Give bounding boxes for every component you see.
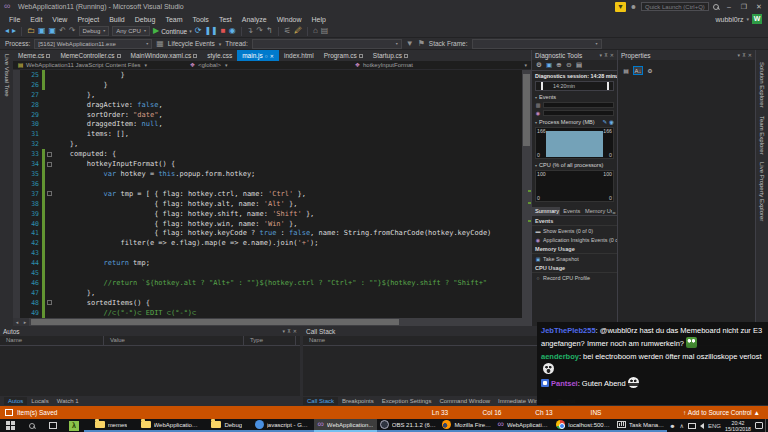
taskbar-item-webapplication11[interactable]: WebApplication11	[138, 419, 203, 432]
break-all-icon[interactable]: ❚❚	[204, 26, 217, 36]
side-tab-live-property-explorer[interactable]: Live Property Explorer	[759, 162, 765, 221]
taskbar-item-obs-21-1-2-64bit-[interactable]: OBS 21.1.2 (64bit...	[377, 419, 440, 432]
continue-button[interactable]: ▶ Continue ▾	[153, 26, 192, 36]
breakpoint-margin[interactable]	[13, 169, 20, 179]
menu-item-test[interactable]: Test	[214, 16, 237, 23]
find-icon[interactable]: 🖉	[294, 26, 302, 36]
language-indicator[interactable]: ENG	[708, 423, 721, 429]
breakpoint-margin[interactable]	[13, 149, 20, 159]
tab-index.html[interactable]: index.html	[279, 50, 319, 61]
taskbar-item-webapplication11[interactable]: ∞WebApplication11	[494, 419, 553, 432]
side-tab-live-visual-tree[interactable]: Live Visual Tree	[4, 54, 10, 97]
report-icon[interactable]: ▤	[575, 61, 583, 69]
menu-item-analyze[interactable]: Analyze	[237, 16, 272, 23]
taskbar-item-mozilla-firefox[interactable]: Mozilla Firefox	[439, 419, 494, 432]
breakpoint-margin[interactable]	[13, 120, 20, 130]
breakpoint-margin[interactable]	[13, 159, 20, 169]
taskbar-item-task-manager[interactable]: Task Manager	[614, 419, 667, 432]
taskbar-windows-logo[interactable]	[0, 419, 21, 432]
panel-tab-watch-1[interactable]: Watch 1	[53, 397, 83, 405]
solution-explorer-icon[interactable]: ⌂	[313, 26, 318, 36]
side-tab-team-explorer[interactable]: Team Explorer	[759, 116, 765, 155]
breakpoint-margin[interactable]	[13, 100, 20, 110]
timeline-handle-right[interactable]	[607, 82, 609, 90]
tab-Startup.cs[interactable]: Startup.cs	[368, 50, 413, 61]
window-position-icon[interactable]: ▾	[738, 52, 741, 58]
menu-item-build[interactable]: Build	[104, 16, 130, 23]
categorized-icon[interactable]: ▤	[621, 66, 631, 75]
panel-tab-autos[interactable]: Autos	[4, 397, 27, 405]
menu-item-edit[interactable]: Edit	[25, 16, 47, 23]
lifecycle-events-icon[interactable]: ▦	[156, 39, 164, 49]
configuration-select[interactable]: Debug▾	[79, 26, 110, 36]
memory-section-header[interactable]: ▾Process Memory (MB)✎◉	[532, 117, 617, 126]
project-dropdown[interactable]: ▤ WebApplication11 JavaScript Content Fi…	[13, 62, 185, 69]
add-to-source-control-button[interactable]: ↑ Add to Source Control ▲	[622, 409, 768, 416]
breakpoint-margin[interactable]	[13, 268, 20, 278]
speaker-icon[interactable]	[700, 423, 704, 429]
signed-in-user[interactable]: wubbl0rz	[715, 16, 743, 23]
close-button[interactable]: ✕	[753, 2, 765, 12]
menu-item-team[interactable]: Team	[160, 16, 187, 23]
taskbar-lambda[interactable]: λ	[63, 419, 84, 432]
side-tab-solution-explorer[interactable]: Solution Explorer	[759, 62, 765, 108]
diagnostics-timeline[interactable]: 14:20min	[535, 81, 614, 91]
cpu-section-header[interactable]: ▾CPU (% of all processors)	[532, 160, 617, 169]
column-header-name[interactable]: Name	[0, 336, 104, 345]
panel-tab-locals[interactable]: Locals	[27, 397, 52, 405]
menu-item-window[interactable]: Window	[272, 16, 307, 23]
breakpoint-margin[interactable]	[13, 110, 20, 120]
editor-vertical-scrollbar[interactable]	[522, 70, 531, 318]
taskbar-item-javascript-get-t-[interactable]: javascript - Get t...	[252, 419, 315, 432]
zoom-in-icon[interactable]: ⊕	[555, 61, 563, 69]
toggle-icon[interactable]: ◉	[609, 119, 614, 125]
breakpoint-margin[interactable]	[13, 248, 20, 258]
breakpoint-margin[interactable]	[13, 209, 20, 219]
action-center-icon[interactable]	[755, 422, 763, 429]
take-snapshot-link[interactable]: ▣Take Snapshot	[532, 254, 617, 263]
taskbar-item-localhost-5000-[interactable]: localhost:5000 - ...	[553, 419, 614, 432]
tab-Program.cs[interactable]: Program.cs	[319, 50, 368, 61]
scroll-left-icon[interactable]: ◂	[13, 318, 21, 326]
window-position-icon[interactable]: ▾	[600, 52, 603, 58]
zoom-reset-icon[interactable]: ⊙	[565, 61, 573, 69]
edit-icon[interactable]: ✎	[602, 119, 607, 125]
scrollbar-thumb[interactable]	[523, 74, 530, 146]
tab-style.css[interactable]: style.css	[202, 50, 237, 61]
panel-tab-call-stack[interactable]: Call Stack	[303, 397, 338, 405]
panel-tab-exception-settings[interactable]: Exception Settings	[378, 397, 436, 405]
settings-gear-icon[interactable]: ⚙	[535, 61, 543, 69]
taskbar-task-view[interactable]	[42, 419, 63, 432]
alphabetical-icon[interactable]: A↓	[633, 66, 643, 75]
chevron-up-icon[interactable]: ∧	[680, 422, 684, 429]
close-icon[interactable]: ✕	[270, 53, 274, 59]
pin-icon[interactable]: ⊼	[287, 328, 291, 334]
column-header-type[interactable]: Type	[244, 336, 296, 345]
platform-select[interactable]: Any CPU▾	[112, 26, 150, 36]
breakpoint-margin[interactable]	[13, 229, 20, 239]
restart-icon[interactable]: ⟳	[195, 26, 202, 36]
timeline-handle-left[interactable]	[541, 82, 543, 90]
breakpoint-margin[interactable]	[13, 278, 20, 288]
taskbar-item-debug[interactable]: Debug	[202, 419, 251, 432]
select-tool-icon[interactable]: ▣	[545, 61, 553, 69]
breakpoint-margin[interactable]	[13, 258, 20, 268]
menu-item-tools[interactable]: Tools	[188, 16, 214, 23]
line-style-icon[interactable]: ⚟	[284, 26, 291, 36]
panel-tab-breakpoints[interactable]: Breakpoints	[338, 397, 378, 405]
menu-item-view[interactable]: View	[47, 16, 72, 23]
step-into-icon[interactable]: ↴	[247, 26, 254, 36]
fold-marker-icon[interactable]	[47, 162, 52, 167]
pin-icon[interactable]: ⊼	[604, 52, 608, 58]
breakpoint-margin[interactable]	[13, 189, 20, 199]
diagnostics-tab-memory-usage[interactable]: Memory Usage	[582, 207, 612, 215]
tab-main.js[interactable]: main.js○✕	[237, 50, 279, 61]
app-insights-events-link[interactable]: ◉Application Insights Events (0 of 0)	[532, 235, 617, 244]
fold-marker-icon[interactable]	[47, 152, 52, 157]
display-icon[interactable]	[688, 423, 696, 429]
diagnostics-tab-summary[interactable]: Summary	[532, 207, 560, 215]
show-next-statement-icon[interactable]: ◉	[229, 26, 236, 36]
menu-item-debug[interactable]: Debug	[130, 16, 161, 23]
breakpoint-margin[interactable]	[13, 199, 20, 209]
property-pages-icon[interactable]: ⚙	[645, 66, 655, 75]
